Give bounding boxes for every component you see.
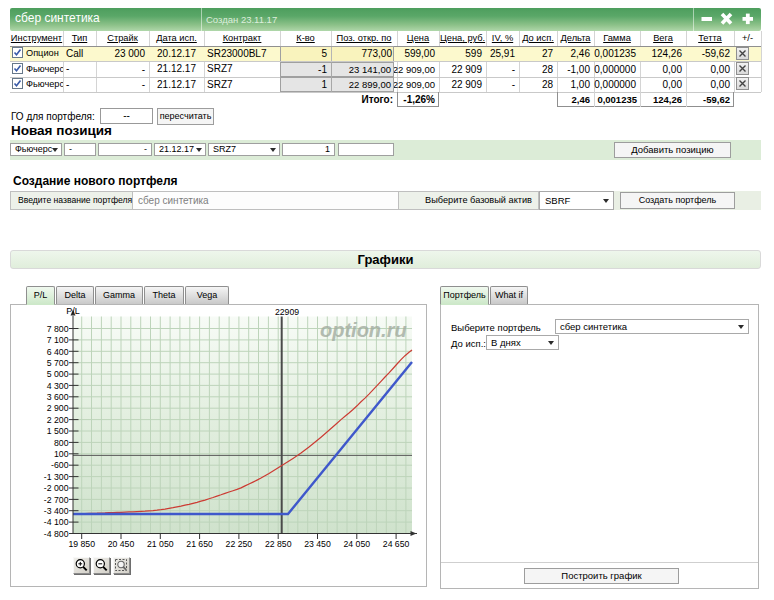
svg-text:3 600: 3 600 — [47, 392, 69, 402]
svg-text:2 200: 2 200 — [47, 415, 69, 425]
svg-text:22 250: 22 250 — [226, 539, 253, 549]
svg-text:7 800: 7 800 — [47, 324, 69, 334]
svg-text:24 050: 24 050 — [344, 539, 371, 549]
svg-text:5 700: 5 700 — [47, 358, 69, 368]
svg-text:6 400: 6 400 — [47, 347, 69, 357]
svg-text:-4 100: -4 100 — [44, 517, 69, 527]
svg-text:-600: -600 — [51, 460, 69, 470]
svg-text:4 300: 4 300 — [47, 381, 69, 391]
svg-text:7 100: 7 100 — [47, 335, 69, 345]
svg-text:2 900: 2 900 — [47, 403, 69, 413]
svg-text:800: 800 — [54, 438, 69, 448]
svg-text:22 850: 22 850 — [265, 539, 292, 549]
svg-text:20 450: 20 450 — [108, 539, 135, 549]
svg-text:23 450: 23 450 — [304, 539, 331, 549]
svg-text:-1 300: -1 300 — [44, 472, 69, 482]
svg-text:21 650: 21 650 — [186, 539, 213, 549]
svg-text:P/L: P/L — [66, 306, 80, 316]
svg-text:-2 000: -2 000 — [44, 483, 69, 493]
svg-text:21 050: 21 050 — [147, 539, 174, 549]
svg-text:-3 400: -3 400 — [44, 506, 69, 516]
svg-text:24 650: 24 650 — [383, 539, 410, 549]
svg-text:100: 100 — [54, 449, 69, 459]
svg-text:22909: 22909 — [275, 307, 299, 317]
svg-text:-2 700: -2 700 — [44, 495, 69, 505]
svg-text:-4 800: -4 800 — [44, 529, 69, 539]
svg-text:5 000: 5 000 — [47, 369, 69, 379]
svg-text:option.ru: option.ru — [320, 319, 407, 341]
svg-text:19 850: 19 850 — [68, 539, 95, 549]
svg-text:1 500: 1 500 — [47, 426, 69, 436]
